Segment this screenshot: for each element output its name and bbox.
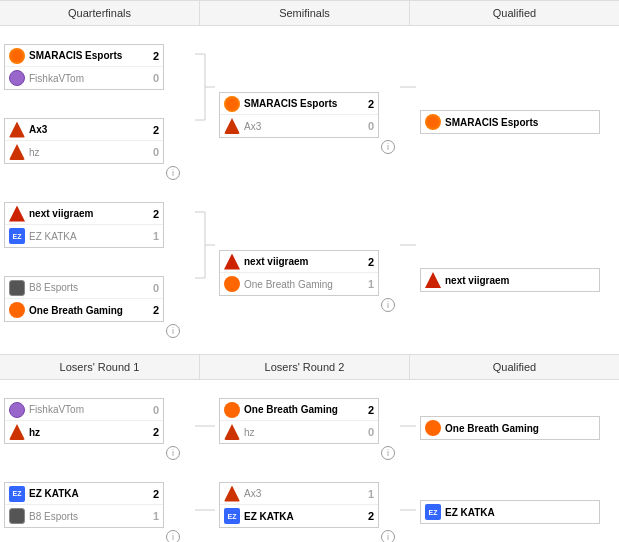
lr2-match-2: Ax3 1 EZ EZ KATKA 2 i [219,480,396,542]
qf-col2: next viigraem 2 EZ EZ KATKA 1 B8 Esports [0,190,195,348]
team-score: 2 [147,488,159,500]
team-logo-obg [224,276,240,292]
team-name: B8 Esports [29,511,143,522]
team-name: next viigraem [244,256,358,267]
lr2-col1: One Breath Gaming 2 hz 0 i [215,386,400,470]
info-icon[interactable]: i [381,140,395,154]
match-team: SMARACIS Esports [421,111,599,133]
connector-svg-2 [400,32,416,142]
info-icon[interactable]: i [381,298,395,312]
match-team: EZ EZ KATKA 2 [220,505,378,527]
team-score: 1 [362,278,374,290]
team-score: 0 [362,120,374,132]
match-team: Ax3 1 [220,483,378,505]
match-team: Ax3 2 [5,119,163,141]
match-team: B8 Esports 1 [5,505,163,527]
team-score: 2 [362,98,374,110]
lr1-col2: EZ EZ KATKA 2 B8 Esports 1 i [0,470,195,542]
team-score: 2 [362,510,374,522]
lr1-col1: FishkaVTom 0 hz 2 i [0,386,195,470]
team-name: SMARACIS Esports [29,50,143,61]
qf-col1: SMARACIS Esports 2 FishkaVTom 0 Ax3 [0,32,195,190]
match-team: EZ EZ KATKA [421,501,599,523]
losers-headers: Losers' Round 1 Losers' Round 2 Qualifie… [0,354,619,380]
winners-top-section: SMARACIS Esports 2 FishkaVTom 0 Ax3 [0,26,619,190]
team-logo-ax3 [224,118,240,134]
header-quarterfinals: Quarterfinals [0,1,200,25]
match-team: One Breath Gaming 2 [5,299,163,321]
team-name: hz [29,147,143,158]
qf-match-1: SMARACIS Esports 2 FishkaVTom 0 [4,42,191,92]
match-team: next viigraem 2 [220,251,378,273]
team-logo-ax3 [224,486,240,502]
match-team: hz 0 [220,421,378,443]
team-name: Ax3 [29,124,143,135]
connector-svg-5 [195,386,215,466]
qf-match-3: next viigraem 2 EZ EZ KATKA 1 [4,200,191,250]
team-score: 2 [147,208,159,220]
qualified-losers-col2: EZ EZ KATKA [416,470,616,542]
qualified-team-1: SMARACIS Esports [420,108,612,136]
match-team: EZ EZ KATKA 2 [5,483,163,505]
info-icon[interactable]: i [166,446,180,460]
team-logo-b8 [9,508,25,524]
team-name: SMARACIS Esports [244,98,358,109]
match-team: One Breath Gaming 2 [220,399,378,421]
sf-col2: next viigraem 2 One Breath Gaming 1 i [215,190,400,348]
team-score: 0 [147,72,159,84]
team-name: hz [244,427,358,438]
match-team: One Breath Gaming [421,417,599,439]
team-name: FishkaVTom [29,404,143,415]
qf-match-2: Ax3 2 hz 0 i [4,116,191,180]
sf-col1: SMARACIS Esports 2 Ax3 0 i [215,32,400,190]
sf-match-2: next viigraem 2 One Breath Gaming 1 i [219,248,396,312]
info-icon[interactable]: i [381,530,395,542]
team-name: B8 Esports [29,282,143,293]
bracket-container: Quarterfinals Semifinals Qualified SMARA… [0,0,619,542]
header-losers-r1: Losers' Round 1 [0,355,200,379]
team-score: 1 [362,488,374,500]
team-name: next viigraem [445,275,595,286]
header-qualified-winners: Qualified [410,1,619,25]
losers-top-section: FishkaVTom 0 hz 2 i [0,380,619,470]
connector-svg-6 [400,386,416,466]
team-logo-ez: EZ [425,504,441,520]
team-logo-obg [425,420,441,436]
header-semifinals: Semifinals [200,1,410,25]
team-logo-ez: EZ [9,228,25,244]
qualified-team-2: next viigraem [420,266,612,294]
lr1-match-2: EZ EZ KATKA 2 B8 Esports 1 i [4,480,191,542]
team-score: 1 [147,230,159,242]
team-score: 2 [147,304,159,316]
team-name: Ax3 [244,488,358,499]
qualified-col1: SMARACIS Esports [416,32,616,190]
qf-match-4: B8 Esports 0 One Breath Gaming 2 i [4,274,191,338]
header-qualified-losers: Qualified [410,355,619,379]
team-logo-hz [9,144,25,160]
qualified-col2: next viigraem [416,190,616,348]
qualified-losers-col1: One Breath Gaming [416,386,616,470]
team-name: EZ KATKA [29,231,143,242]
info-icon[interactable]: i [166,530,180,542]
team-logo-fishka [9,70,25,86]
team-logo-smaracis [9,48,25,64]
team-logo-ez: EZ [224,508,240,524]
lr1-match-1: FishkaVTom 0 hz 2 i [4,396,191,460]
team-score: 2 [147,124,159,136]
match-team: hz 0 [5,141,163,163]
team-name: EZ KATKA [445,507,595,518]
team-logo-smaracis [224,96,240,112]
info-icon[interactable]: i [381,446,395,460]
team-name: EZ KATKA [244,511,358,522]
team-score: 0 [362,426,374,438]
team-logo-hz [9,424,25,440]
team-logo-b8 [9,280,25,296]
losers-bottom-section: EZ EZ KATKA 2 B8 Esports 1 i [0,470,619,542]
team-logo-next [9,206,25,222]
team-name: FishkaVTom [29,73,143,84]
connector-svg-8 [400,470,416,542]
team-logo-hz [224,424,240,440]
info-icon[interactable]: i [166,324,180,338]
info-icon[interactable]: i [166,166,180,180]
team-name: SMARACIS Esports [445,117,595,128]
